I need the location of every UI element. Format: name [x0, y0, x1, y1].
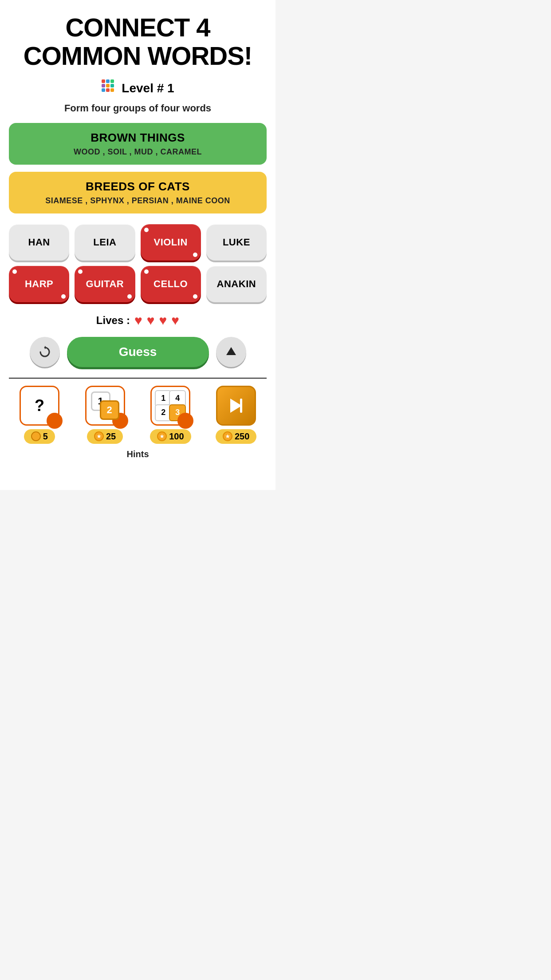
- heart-4: ♥: [171, 313, 179, 328]
- coin-star-icon-4: [223, 431, 232, 441]
- app-container: CONNECT 4COMMON WORDS! Level # 1 Form fo…: [0, 0, 276, 490]
- category-title-yellow: BREEDS OF CATS: [20, 180, 256, 194]
- coin-icon-1: [31, 431, 41, 441]
- hint-card-reveal[interactable]: 1 4 2 3: [150, 386, 190, 426]
- play-card-inner: [230, 399, 242, 413]
- category-words-yellow: SIAMESE , SPHYNX , PERSIAN , MAINE COON: [20, 196, 256, 205]
- tile-guitar[interactable]: GUITAR: [75, 266, 135, 302]
- tile-harp[interactable]: HARP: [9, 266, 69, 302]
- svg-rect-5: [110, 84, 114, 87]
- erase-button[interactable]: [216, 337, 246, 367]
- shuffle-button[interactable]: [30, 337, 60, 367]
- category-words-green: WOOD , SOIL , MUD , CARAMEL: [20, 147, 256, 157]
- actions-row: Guess: [9, 337, 267, 367]
- hint-card-question[interactable]: ?: [20, 386, 59, 426]
- erase-icon: [224, 345, 238, 359]
- hint-cost-4: 250: [216, 429, 256, 444]
- heart-1: ♥: [134, 313, 142, 328]
- category-card-yellow: BREEDS OF CATS SIAMESE , SPHYNX , PERSIA…: [9, 172, 267, 213]
- tile-anakin[interactable]: ANAKIN: [206, 266, 267, 302]
- guess-button[interactable]: Guess: [67, 337, 209, 367]
- coin-star-icon-2: [94, 431, 104, 441]
- hint-item-next: 250: [205, 386, 267, 444]
- hint-item-reveal: 1 4 2 3 100: [140, 386, 201, 444]
- tile-luke[interactable]: LUKE: [206, 224, 267, 261]
- hint-cost-2: 25: [87, 429, 123, 444]
- category-title-green: BROWN THINGS: [20, 131, 256, 145]
- hint-orange-badge-1: [47, 413, 63, 429]
- svg-rect-2: [110, 79, 114, 83]
- svg-marker-10: [226, 347, 236, 355]
- level-row: Level # 1: [101, 79, 174, 98]
- hint-item-swap: 1 2 25: [75, 386, 136, 444]
- svg-rect-6: [102, 88, 105, 92]
- svg-marker-9: [45, 346, 47, 349]
- hint-cost-1: 5: [24, 429, 55, 444]
- hints-section: ? 5 1 2: [9, 378, 267, 459]
- lives-row: Lives : ♥ ♥ ♥ ♥: [96, 313, 179, 328]
- svg-rect-3: [102, 84, 105, 87]
- level-icon: [101, 79, 117, 98]
- svg-rect-8: [110, 88, 114, 92]
- hint-card-next[interactable]: [216, 386, 256, 426]
- hint-card-swap[interactable]: 1 2: [85, 386, 125, 426]
- tile-han[interactable]: HAN: [9, 224, 69, 261]
- svg-rect-7: [106, 88, 110, 92]
- heart-2: ♥: [147, 313, 155, 328]
- hints-grid: ? 5 1 2: [9, 386, 267, 444]
- shuffle-icon: [38, 345, 51, 359]
- num-2: 2: [100, 400, 119, 420]
- lives-label: Lives :: [96, 314, 130, 327]
- hint-item-question: ? 5: [9, 386, 70, 444]
- tile-cello[interactable]: CELLO: [141, 266, 201, 302]
- page-title: CONNECT 4COMMON WORDS!: [24, 13, 252, 70]
- heart-3: ♥: [159, 313, 167, 328]
- tile-leia[interactable]: LEIA: [75, 224, 135, 261]
- category-card-green: BROWN THINGS WOOD , SOIL , MUD , CARAMEL: [9, 123, 267, 165]
- svg-rect-1: [106, 79, 110, 83]
- game-subtitle: Form four groups of four words: [64, 103, 211, 114]
- word-grid: HAN LEIA VIOLIN LUKE HARP GUITAR CELLO A…: [9, 224, 267, 302]
- level-label: Level # 1: [122, 81, 174, 95]
- hint-cost-3: 100: [150, 429, 191, 444]
- coin-star-icon-3: [157, 431, 167, 441]
- svg-rect-4: [106, 84, 110, 87]
- hints-label: Hints: [9, 449, 267, 459]
- tile-violin[interactable]: VIOLIN: [141, 224, 201, 261]
- play-line: [240, 399, 242, 413]
- hint-orange-badge-3: [177, 413, 193, 429]
- svg-rect-0: [102, 79, 105, 83]
